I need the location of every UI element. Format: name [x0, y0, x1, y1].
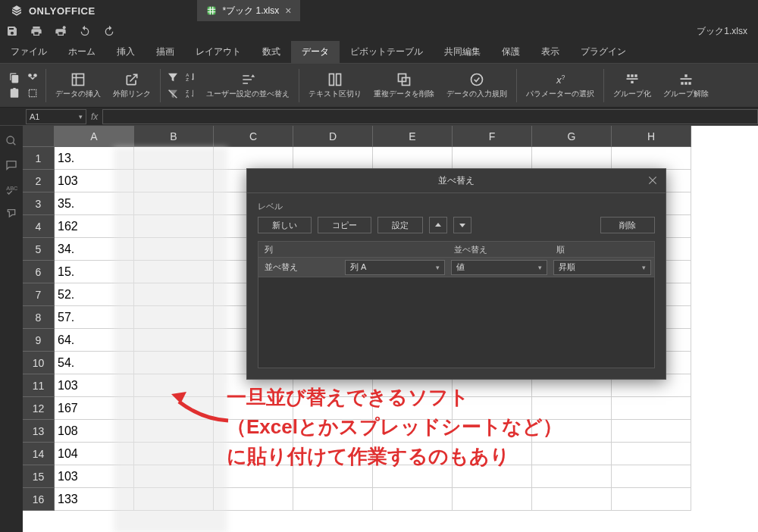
menu-item-表示[interactable]: 表示 — [531, 41, 570, 63]
external-link-button[interactable]: 外部リンク — [107, 70, 157, 101]
remove-duplicates-button[interactable]: 重複データを削除 — [368, 70, 440, 101]
filter-icon[interactable] — [167, 71, 179, 83]
row-header-13[interactable]: 13 — [23, 420, 55, 443]
row-header-9[interactable]: 9 — [23, 329, 55, 352]
row-header-12[interactable]: 12 — [23, 397, 55, 420]
paste-icon[interactable] — [9, 88, 20, 99]
custom-sort-button[interactable]: ユーザー設定の並べ替え — [200, 70, 296, 101]
row-header-8[interactable]: 8 — [23, 306, 55, 329]
parameter-select-button[interactable]: x? パラメーターの選択 — [520, 70, 600, 101]
cell-F16[interactable] — [453, 488, 532, 511]
dialog-title-bar[interactable]: 並べ替え — [247, 169, 666, 193]
col-header-H[interactable]: H — [612, 126, 691, 147]
cell-G16[interactable] — [532, 488, 612, 511]
menu-item-ホーム[interactable]: ホーム — [58, 41, 106, 63]
insert-data-button[interactable]: データの挿入 — [49, 70, 107, 101]
col-header-E[interactable]: E — [373, 126, 453, 147]
close-icon[interactable]: × — [285, 5, 291, 17]
ungroup-button[interactable]: グループ解除 — [657, 70, 715, 101]
cell-H1[interactable] — [612, 147, 691, 170]
move-up-button[interactable] — [429, 217, 447, 233]
menu-item-数式[interactable]: 数式 — [252, 41, 291, 63]
copy-icon[interactable] — [9, 73, 20, 83]
sort-on-select[interactable]: 値▾ — [451, 260, 547, 275]
cell-E16[interactable] — [373, 488, 453, 511]
settings-button[interactable]: 設定 — [377, 217, 423, 233]
menu-item-ピボットテーブル[interactable]: ピボットテーブル — [340, 41, 434, 63]
new-level-button[interactable]: 新しい — [258, 217, 312, 233]
quick-access-bar: ブック1.xlsx — [0, 21, 758, 41]
cell-D1[interactable] — [293, 147, 373, 170]
formula-input[interactable] — [102, 109, 758, 124]
sort-table-header: 列 並べ替え 順 — [258, 241, 655, 258]
sort-column-select[interactable]: 列 A▾ — [345, 260, 445, 275]
row-header-14[interactable]: 14 — [23, 443, 55, 465]
menu-item-挿入[interactable]: 挿入 — [106, 41, 146, 63]
logo-area: ONLYOFFICE — [0, 0, 106, 21]
menu-item-レイアウト[interactable]: レイアウト — [185, 41, 252, 63]
menu-item-保護[interactable]: 保護 — [491, 41, 531, 63]
cell-H13[interactable] — [612, 420, 691, 443]
save-icon[interactable] — [6, 25, 18, 37]
print-icon[interactable] — [30, 25, 42, 37]
sort-level-row[interactable]: 並べ替え 列 A▾ 値▾ 昇順▾ — [258, 258, 655, 277]
row-header-16[interactable]: 16 — [23, 488, 55, 511]
col-header-A[interactable]: A — [55, 126, 134, 147]
select-icon[interactable] — [27, 88, 38, 99]
row-header-6[interactable]: 6 — [23, 261, 55, 283]
delete-level-button[interactable]: 削除 — [600, 217, 655, 233]
row-header-10[interactable]: 10 — [23, 352, 55, 374]
cell-G1[interactable] — [532, 147, 612, 170]
select-all-corner[interactable] — [23, 126, 55, 147]
feedback-icon[interactable] — [5, 208, 17, 220]
col-header-F[interactable]: F — [453, 126, 532, 147]
row-header-7[interactable]: 7 — [23, 283, 55, 306]
row-header-4[interactable]: 4 — [23, 215, 55, 238]
fx-icon[interactable]: fx — [91, 111, 98, 122]
col-header-C[interactable]: C — [214, 126, 293, 147]
close-icon[interactable] — [647, 175, 658, 186]
row-header-3[interactable]: 3 — [23, 192, 55, 215]
menu-item-ファイル[interactable]: ファイル — [0, 41, 58, 63]
cell-D16[interactable] — [293, 488, 373, 511]
menu-item-プラグイン[interactable]: プラグイン — [570, 41, 637, 63]
cell-H14[interactable] — [612, 443, 691, 465]
row-header-2[interactable]: 2 — [23, 170, 55, 192]
row-header-5[interactable]: 5 — [23, 238, 55, 261]
col-header-B[interactable]: B — [134, 126, 214, 147]
name-box[interactable]: A1 ▾ — [26, 109, 86, 124]
menu-item-描画[interactable]: 描画 — [146, 41, 185, 63]
text-to-columns-button[interactable]: テキスト区切り — [302, 70, 368, 101]
row-header-1[interactable]: 1 — [23, 147, 55, 170]
sort-desc-icon[interactable]: ZA — [185, 88, 197, 100]
quick-print-icon[interactable] — [55, 25, 67, 37]
sort-asc-icon[interactable]: AZ — [185, 71, 197, 83]
menu-item-共同編集[interactable]: 共同編集 — [434, 41, 491, 63]
row-header-15[interactable]: 15 — [23, 465, 55, 488]
cell-E1[interactable] — [373, 147, 453, 170]
data-validation-button[interactable]: データの入力規則 — [440, 70, 513, 101]
cell-H12[interactable] — [612, 397, 691, 420]
menu-item-データ[interactable]: データ — [291, 41, 340, 63]
undo-icon[interactable] — [79, 25, 91, 37]
redo-icon[interactable] — [103, 25, 115, 37]
cell-F1[interactable] — [453, 147, 532, 170]
sort-row-label: 並べ替え — [258, 261, 342, 273]
search-icon[interactable] — [5, 135, 17, 147]
cut-icon[interactable] — [27, 73, 38, 83]
move-down-button[interactable] — [453, 217, 471, 233]
comments-icon[interactable] — [5, 159, 17, 171]
cell-H16[interactable] — [612, 488, 691, 511]
row-header-11[interactable]: 11 — [23, 374, 55, 397]
onlyoffice-logo-icon — [11, 5, 23, 17]
sort-order-select[interactable]: 昇順▾ — [553, 260, 651, 275]
clear-filter-icon[interactable] — [167, 88, 179, 100]
col-header-G[interactable]: G — [532, 126, 612, 147]
col-header-D[interactable]: D — [293, 126, 373, 147]
svg-text:ABC: ABC — [6, 185, 17, 192]
spellcheck-icon[interactable]: ABC — [5, 183, 17, 196]
group-button[interactable]: グループ化 — [607, 70, 657, 101]
document-tab[interactable]: *ブック 1.xlsx × — [197, 0, 301, 21]
cell-H15[interactable] — [612, 465, 691, 488]
copy-level-button[interactable]: コピー — [318, 217, 371, 233]
